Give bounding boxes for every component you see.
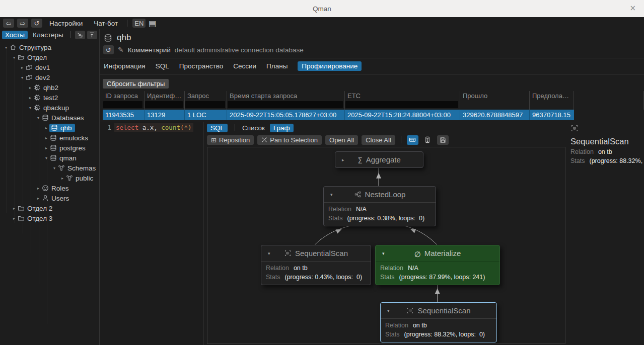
reposition-button[interactable]: ⊞Reposition — [207, 135, 254, 145]
node-header[interactable]: ▾ NestedLoop — [324, 187, 436, 202]
column-header[interactable]: Время старта запроса — [227, 91, 345, 101]
close-icon[interactable]: × — [629, 4, 636, 13]
caret-closed-icon[interactable]: ▸ — [59, 176, 65, 181]
plan-tab-graph[interactable]: Граф — [270, 124, 294, 132]
caret-open-icon[interactable]: ▾ — [35, 116, 41, 120]
table-row-cell[interactable]: 96370718.15 — [530, 110, 574, 120]
back-button[interactable]: ⇦ — [3, 19, 14, 28]
plan-node-aggregate[interactable]: ▸ Σ Aggregate — [335, 151, 423, 168]
tree-item-postgres[interactable]: ▸postgres — [0, 143, 99, 153]
tab-sql[interactable]: SQL — [156, 62, 169, 70]
fit-width-button[interactable] — [407, 135, 418, 145]
table-row-cell[interactable]: 11943535 — [103, 110, 145, 120]
menu-chatbot[interactable]: Чат-бот — [90, 20, 122, 27]
caret-closed-icon[interactable]: ▸ — [35, 196, 41, 201]
column-header[interactable]: Запрос — [185, 91, 227, 101]
revert-comment-button[interactable]: ↺ — [103, 45, 114, 54]
tree-item-schemas[interactable]: ▾Schemas — [0, 163, 99, 173]
tree-item-test2[interactable]: ▸test2 — [0, 93, 99, 103]
tree-item-dev1[interactable]: ▸dev1 — [0, 62, 99, 72]
tab-sessions[interactable]: Сессии — [233, 62, 256, 70]
tree-item-structure[interactable]: ▾Структура — [0, 42, 99, 52]
table-row-cell[interactable]: 2025-09-22T15:28:24.88004+03:00 — [345, 110, 460, 120]
plan-tab-sql[interactable]: SQL — [207, 124, 228, 132]
tree-item-roles[interactable]: ▸Roles — [0, 183, 99, 193]
caret-open-icon[interactable]: ▾ — [19, 75, 25, 80]
plan-node-nestedloop[interactable]: ▾ NestedLoop RelationN/A Stats(progress:… — [323, 186, 436, 226]
column-header[interactable]: ID запроса — [103, 91, 145, 101]
tab-hosts[interactable]: Хосты — [2, 31, 28, 39]
journal-icon[interactable]: ▤ — [149, 19, 156, 28]
pan-to-selection-button[interactable]: Pan to Selection — [257, 135, 322, 145]
caret-closed-icon[interactable]: ▸ — [11, 206, 17, 211]
forward-button[interactable]: ⇨ — [17, 19, 28, 28]
table-row-cell[interactable]: 2025-09-22T15:05:05.178627+03:00 — [227, 110, 345, 120]
tree-item-qman[interactable]: ▾qman — [0, 153, 99, 163]
plan-node-seqscan-bottom[interactable]: ▾ SequentialScan Relationon tb Stats(pro… — [380, 302, 497, 342]
tab-clusters[interactable]: Кластеры — [30, 31, 66, 39]
selected-tree-item[interactable]: qhb — [49, 124, 75, 132]
caret-closed-icon[interactable]: ▸ — [43, 126, 49, 130]
tab-profiling[interactable]: Профилирование — [298, 61, 362, 71]
caret-closed-icon[interactable]: ▸ — [43, 146, 49, 150]
caret-open-icon[interactable]: ▾ — [11, 55, 17, 60]
scroll-to-top-button[interactable] — [87, 31, 97, 39]
column-header[interactable]: Идентиф… — [145, 91, 185, 101]
collapse-all-button[interactable] — [75, 31, 85, 39]
reset-filters-button[interactable]: Сбросить фильтры — [103, 79, 169, 89]
caret-open-icon[interactable]: ▾ — [330, 192, 333, 197]
caret-open-icon[interactable]: ▾ — [3, 45, 9, 50]
code-line[interactable]: 1select a.x, count(*) — [100, 123, 203, 132]
table-row-cell[interactable]: 1 LOC — [185, 110, 227, 120]
save-image-button[interactable] — [437, 135, 449, 145]
caret-open-icon[interactable]: ▾ — [387, 308, 390, 313]
plan-node-materialize[interactable]: ▾ ∅ Materialize RelationN/A Stats(progre… — [375, 245, 500, 285]
caret-open-icon[interactable]: ▾ — [382, 251, 385, 256]
node-header[interactable]: ▾ SequentialScan — [381, 303, 496, 318]
tree-item-qhb2[interactable]: ▸qhb2 — [0, 82, 99, 93]
fit-height-button[interactable] — [422, 135, 434, 145]
column-filter-input[interactable] — [185, 101, 225, 108]
tree-item-databases[interactable]: ▾Databases — [0, 113, 99, 123]
column-filter-input[interactable] — [228, 101, 343, 108]
caret-closed-icon[interactable]: ▸ — [342, 157, 344, 162]
caret-open-icon[interactable]: ▾ — [27, 106, 33, 110]
column-header[interactable]: ETC — [345, 91, 460, 101]
tree-item-emulocks[interactable]: ▸emulocks — [0, 133, 99, 143]
tree-item-dev2[interactable]: ▾dev2 — [0, 72, 99, 82]
tree-item-otdel3[interactable]: ▸Отдел 3 — [0, 213, 99, 223]
tab-information[interactable]: Информация — [104, 62, 146, 70]
plan-node-seqscan-left[interactable]: ▾ SequentialScan Relationon tb Stats(pro… — [261, 245, 371, 285]
tab-space[interactable]: Пространство — [179, 62, 224, 70]
table-row-cell[interactable]: 329620.6788848597 — [460, 110, 530, 120]
column-header[interactable]: Предпола… — [530, 91, 574, 101]
language-button[interactable]: EN — [132, 19, 146, 28]
edit-pencil-icon[interactable]: ✎ — [118, 46, 124, 54]
comment-value[interactable]: default administrative connection databa… — [175, 46, 304, 54]
sql-editor[interactable]: 1select a.x, count(*) — [100, 122, 204, 345]
caret-closed-icon[interactable]: ▸ — [27, 85, 33, 90]
caret-closed-icon[interactable]: ▸ — [11, 216, 17, 221]
tree-item-qhb-selected[interactable]: ▸qhb — [0, 123, 99, 133]
node-header[interactable]: ▾ ∅ Materialize — [376, 245, 499, 261]
tree-item-otdel[interactable]: ▾Отдел — [0, 52, 99, 62]
caret-closed-icon[interactable]: ▸ — [27, 96, 33, 100]
caret-open-icon[interactable]: ▾ — [51, 166, 57, 170]
tree-item-public[interactable]: ▸public — [0, 173, 99, 183]
node-header[interactable]: ▸ Σ Aggregate — [335, 152, 423, 167]
caret-open-icon[interactable]: ▾ — [268, 251, 270, 256]
caret-open-icon[interactable]: ▾ — [43, 156, 49, 160]
close-all-button[interactable]: Close All — [362, 135, 395, 145]
undo-button[interactable]: ↺ — [31, 19, 42, 28]
table-row-cell[interactable]: 13129 — [145, 110, 185, 120]
plan-graph-canvas[interactable]: ▸ Σ Aggregate ▾ NestedLoop — [207, 147, 565, 344]
tree-item-users[interactable]: ▸Users — [0, 193, 99, 203]
node-header[interactable]: ▾ SequentialScan — [261, 245, 371, 261]
caret-closed-icon[interactable]: ▸ — [19, 65, 25, 70]
column-filter-input[interactable] — [103, 101, 142, 108]
column-filter-input[interactable] — [145, 101, 183, 108]
column-filter-input[interactable] — [345, 101, 458, 108]
menu-settings[interactable]: Настройки — [45, 20, 87, 27]
tree-item-otdel2[interactable]: ▸Отдел 2 — [0, 203, 99, 213]
caret-closed-icon[interactable]: ▸ — [43, 136, 49, 140]
